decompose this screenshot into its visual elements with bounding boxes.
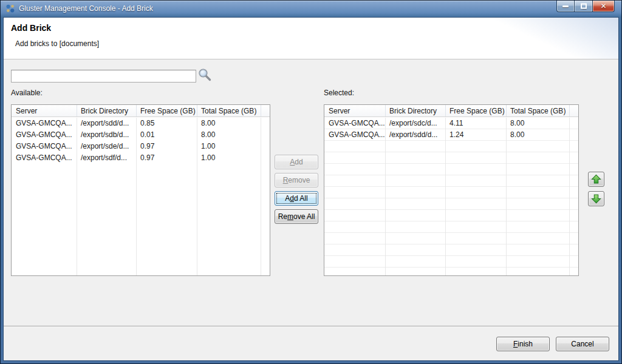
close-button[interactable]: ✕: [593, 1, 615, 12]
cell-free-space: 0.01: [136, 129, 197, 141]
available-label: Available:: [11, 89, 43, 97]
green-down-arrow-icon: [591, 194, 601, 204]
column-header-server[interactable]: Server: [324, 105, 385, 117]
move-up-button[interactable]: [588, 172, 604, 187]
page-subtitle: Add bricks to [documents]: [15, 39, 99, 48]
cell-brick-directory: /export/sdd/d...: [385, 129, 445, 141]
cell-brick-directory: /export/sdc/d...: [385, 118, 445, 129]
cell-free-space: 0.97: [136, 141, 197, 152]
table-row[interactable]: GVSA-GMCQA... /export/sde/d... 0.97 1.00: [12, 141, 270, 152]
minimize-icon: [562, 5, 569, 7]
column-header-free-space[interactable]: Free Space (GB): [445, 105, 506, 117]
table-row[interactable]: GVSA-GMCQA... /export/sdc/d... 4.11 8.00: [324, 118, 578, 129]
close-icon: ✕: [593, 2, 614, 10]
cell-total-space: 8.00: [506, 118, 569, 129]
cell-server: GVSA-GMCQA...: [12, 152, 77, 164]
cell-total-space: 1.00: [197, 141, 261, 152]
column-header-brick-directory[interactable]: Brick Directory: [385, 105, 445, 117]
available-table-body: GVSA-GMCQA... /export/sdd/d... 0.85 8.00…: [12, 118, 270, 275]
cancel-button[interactable]: Cancel: [556, 337, 609, 351]
cell-free-space: 4.11: [445, 118, 506, 129]
table-row[interactable]: GVSA-GMCQA... /export/sdf/d... 0.97 1.00: [12, 152, 270, 164]
finish-button[interactable]: Finish: [496, 337, 550, 351]
window-title: Gluster Management Console - Add Brick: [19, 4, 153, 13]
available-table-header: Server Brick Directory Free Space (GB) T…: [12, 105, 270, 117]
cell-server: GVSA-GMCQA...: [12, 118, 77, 129]
window-frame: Gluster Management Console - Add Brick ✕…: [1, 1, 621, 363]
cell-brick-directory: /export/sdb/d...: [77, 129, 136, 141]
column-header-brick-directory[interactable]: Brick Directory: [77, 105, 136, 117]
cell-total-space: 8.00: [506, 129, 569, 141]
cell-server: GVSA-GMCQA...: [12, 141, 77, 152]
cell-total-space: 8.00: [197, 118, 261, 129]
cell-total-space: 1.00: [197, 152, 261, 164]
cell-server: GVSA-GMCQA...: [12, 129, 77, 141]
cell-brick-directory: /export/sdd/d...: [77, 118, 136, 129]
green-up-arrow-icon: [591, 174, 601, 184]
add-all-button[interactable]: Add All: [275, 191, 318, 206]
dialog-content: Add Brick Add bricks to [documents]: [3, 17, 619, 361]
remove-all-button[interactable]: Remove All: [275, 209, 318, 224]
footer-separator: [4, 326, 618, 327]
gluster-logo-icon: [5, 4, 15, 13]
cell-total-space: 8.00: [197, 129, 261, 141]
titlebar[interactable]: Gluster Management Console - Add Brick ✕: [1, 1, 621, 17]
cell-server: GVSA-GMCQA...: [324, 129, 385, 141]
dialog-window: Gluster Management Console - Add Brick ✕…: [0, 0, 622, 364]
page-title: Add Brick: [11, 23, 51, 33]
cell-free-space: 1.24: [445, 129, 506, 141]
selected-table-body: GVSA-GMCQA... /export/sdc/d... 4.11 8.00…: [324, 118, 578, 275]
column-header-total-space[interactable]: Total Space (GB): [506, 105, 569, 117]
magnifier-icon: [197, 67, 212, 82]
cell-free-space: 0.85: [136, 118, 197, 129]
selected-table[interactable]: Server Brick Directory Free Space (GB) T…: [324, 104, 579, 276]
table-row[interactable]: GVSA-GMCQA... /export/sdd/d... 1.24 8.00: [324, 129, 578, 141]
window-controls: ✕: [556, 1, 615, 12]
wizard-banner: Add Brick Add bricks to [documents]: [4, 18, 618, 59]
column-header-server[interactable]: Server: [12, 105, 77, 117]
cell-brick-directory: /export/sdf/d...: [77, 152, 136, 164]
cell-brick-directory: /export/sde/d...: [77, 141, 136, 152]
maximize-icon: [581, 4, 587, 9]
selected-label: Selected:: [324, 89, 354, 97]
cell-free-space: 0.97: [136, 152, 197, 164]
main-area: Available: Selected: Server Brick Direct…: [4, 59, 618, 360]
move-down-button[interactable]: [588, 191, 604, 206]
maximize-button[interactable]: [575, 1, 593, 12]
table-row[interactable]: GVSA-GMCQA... /export/sdb/d... 0.01 8.00: [12, 129, 270, 141]
remove-button[interactable]: Remove: [275, 173, 318, 187]
cell-server: GVSA-GMCQA...: [324, 118, 385, 129]
available-table[interactable]: Server Brick Directory Free Space (GB) T…: [11, 104, 270, 276]
column-header-total-space[interactable]: Total Space (GB): [197, 105, 261, 117]
filter-search-input[interactable]: [11, 70, 196, 83]
add-button[interactable]: Add: [275, 155, 318, 169]
table-row[interactable]: GVSA-GMCQA... /export/sdd/d... 0.85 8.00: [12, 118, 270, 129]
column-header-free-space[interactable]: Free Space (GB): [136, 105, 197, 117]
minimize-button[interactable]: [556, 1, 575, 12]
selected-table-header: Server Brick Directory Free Space (GB) T…: [324, 105, 578, 117]
